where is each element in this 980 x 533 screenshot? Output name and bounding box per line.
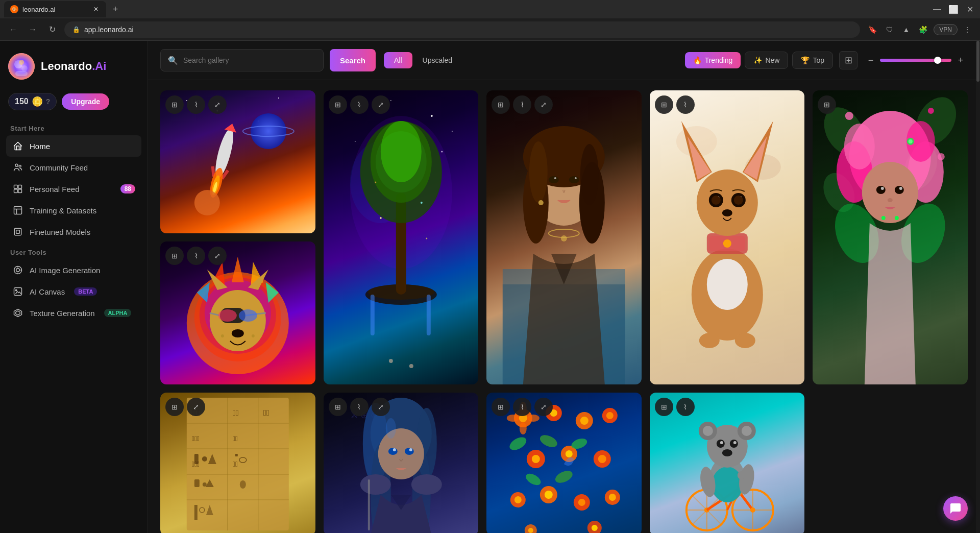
filter-all-tab[interactable]: All — [384, 52, 412, 68]
vpn-badge[interactable]: VPN — [934, 24, 958, 35]
filter-upscaled-tab[interactable]: Upscaled — [412, 52, 462, 68]
sidebar-item-personal[interactable]: Personal Feed 88 — [6, 178, 141, 200]
menu-btn[interactable]: ⋮ — [961, 23, 974, 36]
credits-icon: 🪙 — [32, 96, 43, 107]
sidebar-item-home[interactable]: Home — [6, 135, 141, 157]
upgrade-button[interactable]: Upgrade — [62, 93, 109, 110]
hieroglyphs-expand-btn[interactable]: ⤢ — [187, 398, 205, 416]
svg-point-193 — [520, 422, 527, 434]
active-tab[interactable]: 🎨 leonardo.ai ✕ — [4, 1, 106, 17]
reload-btn[interactable]: ↻ — [45, 22, 59, 37]
svg-marker-25 — [16, 311, 20, 315]
sidebar-item-ai-image[interactable]: AI Image Generation — [6, 259, 141, 281]
flowers-actions: ⊞ ⌇ ⤢ — [492, 398, 553, 416]
forward-btn[interactable]: → — [26, 22, 40, 37]
new-tab-btn[interactable]: + — [108, 2, 122, 16]
gallery-item-woman[interactable]: ⊞ ⌇ ⤢ — [486, 90, 642, 384]
gallery-item-warrior[interactable]: ⚔ ⊕ ⊗ ᛭ᚱ — [324, 393, 479, 533]
sidebar-item-texture[interactable]: Texture Generation ALPHA — [6, 302, 141, 324]
svg-point-201 — [598, 455, 606, 463]
new-btn[interactable]: ✨ New — [745, 52, 788, 69]
profile-btn[interactable]: ▲ — [899, 23, 913, 36]
zoom-minus-btn[interactable]: − — [864, 53, 878, 67]
svg-point-178 — [393, 448, 396, 451]
sidebar-item-finetuned[interactable]: Finetuned Models — [6, 221, 141, 243]
texture-icon — [12, 307, 23, 319]
tab-close-btn[interactable]: ✕ — [92, 5, 100, 13]
zoom-slider-container: − + — [864, 53, 968, 67]
grid-view-btn[interactable]: ⊞ — [839, 51, 857, 69]
chihuahua-slash-btn[interactable]: ⌇ — [676, 95, 695, 114]
gallery-item-flowers[interactable]: ⊞ ⌇ ⤢ — [486, 393, 642, 533]
lion-slash-btn[interactable]: ⌇ — [187, 247, 205, 265]
gallery-area[interactable]: ⊞ ✏ ⤢ ⊞ ⌇ ⤢ — [148, 80, 980, 533]
tree-expand-btn[interactable]: ⤢ — [372, 95, 390, 114]
personal-icon-svg — [13, 184, 23, 194]
rocket-slash-icon[interactable]: ⌇ — [187, 95, 205, 114]
warrior-slash-btn[interactable]: ⌇ — [350, 398, 369, 416]
trending-icon: 🔥 — [693, 56, 702, 64]
close-btn[interactable]: ✕ — [964, 3, 976, 15]
woman-expand-btn[interactable]: ⤢ — [534, 95, 553, 114]
gallery-item-lion[interactable]: ⊞ ⌇ ⤢ — [160, 241, 315, 384]
zoom-plus-btn[interactable]: + — [953, 53, 968, 67]
flowers-slash-btn[interactable]: ⌇ — [513, 398, 531, 416]
gallery-item-tree[interactable]: ⊞ ⌇ ⤢ — [324, 90, 479, 384]
flowers-grid-btn[interactable]: ⊞ — [492, 398, 510, 416]
sidebar-item-ai-canvas[interactable]: AI Canvas BETA — [6, 281, 141, 302]
minimize-btn[interactable]: — — [931, 3, 943, 15]
svg-marker-24 — [14, 309, 22, 317]
hieroglyphs-grid-btn[interactable]: ⊞ — [165, 398, 184, 416]
ai-canvas-icon — [12, 286, 23, 297]
warrior-grid-btn[interactable]: ⊞ — [329, 398, 347, 416]
woman-slash-btn[interactable]: ⌇ — [513, 95, 531, 114]
address-input[interactable]: 🔒 app.leonardo.ai — [64, 21, 860, 38]
extension-btn[interactable]: 🧩 — [916, 23, 930, 36]
svg-rect-162 — [194, 479, 200, 487]
lion-grid-btn[interactable]: ⊞ — [165, 247, 184, 265]
sidebar-item-training[interactable]: Training & Datasets — [6, 200, 141, 221]
tree-grid-btn[interactable]: ⊞ — [329, 95, 347, 114]
svg-point-240 — [720, 441, 723, 444]
sidebar: Leonardo.Ai 150 🪙 ? Upgrade Start Here H… — [0, 41, 148, 533]
chat-bubble-btn[interactable] — [943, 496, 968, 521]
gallery-item-koala[interactable]: ⊞ ⌇ — [650, 393, 805, 533]
gallery-item-rocket[interactable]: ⊞ ✏ ⤢ ⊞ ⌇ ⤢ — [160, 90, 315, 233]
warrior-expand-btn[interactable]: ⤢ — [372, 398, 390, 416]
maximize-btn[interactable]: ⬜ — [947, 3, 960, 15]
browser-right-controls: 🔖 🛡 ▲ 🧩 VPN ⋮ — [865, 23, 974, 36]
tree-slash-btn[interactable]: ⌇ — [350, 95, 369, 114]
fairy-grid-btn[interactable]: ⊞ — [818, 95, 836, 114]
woman-grid-btn[interactable]: ⊞ — [492, 95, 510, 114]
trending-btn[interactable]: 🔥 Trending — [685, 52, 741, 68]
lion-expand-btn[interactable]: ⤢ — [208, 247, 227, 265]
svg-point-5 — [15, 164, 18, 166]
sidebar-item-community[interactable]: Community Feed — [6, 157, 141, 178]
svg-point-28 — [278, 98, 279, 99]
app-wrapper: Leonardo.Ai 150 🪙 ? Upgrade Start Here H… — [0, 41, 980, 533]
koala-grid-btn[interactable]: ⊞ — [655, 398, 673, 416]
chihuahua-grid-btn[interactable]: ⊞ — [655, 95, 673, 114]
gallery-item-fairy[interactable]: ⊞ — [813, 90, 968, 384]
ai-image-icon-svg — [13, 265, 23, 275]
back-btn[interactable]: ← — [6, 22, 20, 37]
svg-point-81 — [707, 259, 748, 310]
flowers-expand-btn[interactable]: ⤢ — [534, 398, 553, 416]
zoom-slider[interactable] — [880, 59, 951, 62]
rocket-grid-icon[interactable]: ⊞ — [165, 95, 184, 114]
svg-text:𓊀𓋀: 𓊀𓋀 — [233, 435, 238, 443]
rocket-expand-icon[interactable]: ⤢ — [208, 95, 227, 114]
woman-svg — [486, 90, 642, 384]
search-button[interactable]: Search — [330, 49, 376, 71]
bookmark-btn[interactable]: 🔖 — [865, 23, 880, 36]
svg-rect-7 — [14, 185, 18, 189]
shield-btn[interactable]: 🛡 — [883, 23, 896, 36]
gallery-item-hieroglyphs[interactable]: 𓀀𓁀𓂀 𓃀𓄀 𓅀𓆀 𓇀𓈀𓉀 𓊀𓋀 𓌀𓍀𓎀 𓏀𓐀 — [160, 393, 315, 533]
koala-slash-btn[interactable]: ⌇ — [676, 398, 695, 416]
search-input[interactable] — [183, 56, 316, 64]
logo-avatar — [8, 53, 35, 80]
scrollbar-thumb[interactable] — [976, 41, 979, 82]
gallery-item-chihuahua[interactable]: ⊞ ⌇ — [650, 90, 805, 384]
help-icon[interactable]: ? — [46, 98, 51, 106]
top-btn[interactable]: 🏆 Top — [792, 52, 833, 69]
